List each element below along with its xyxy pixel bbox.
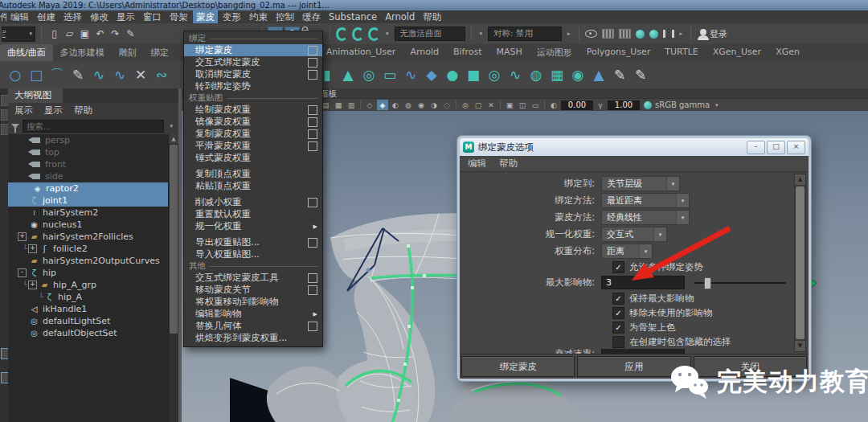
dropdown-2[interactable]: 经典线性▾ <box>601 210 690 225</box>
film-gate-icon[interactable]: ◫ <box>517 100 528 110</box>
snap-magnet-icon[interactable] <box>352 27 364 41</box>
shelf-tab-right-3[interactable]: MASH <box>489 44 530 61</box>
menubar-item-8[interactable]: 变形 <box>219 10 244 24</box>
ao-icon[interactable]: ◌ <box>441 100 452 110</box>
menubar-item-12[interactable]: Substance <box>326 10 380 24</box>
dropdown-0[interactable]: 关节层级▾ <box>601 176 680 191</box>
saved-layout-icon[interactable]: ▥ <box>346 100 357 110</box>
dropdown-4[interactable]: 距离▾ <box>601 244 653 259</box>
expand-toggle-icon[interactable]: - <box>18 268 27 277</box>
menubar-item-2[interactable]: 选择 <box>60 10 85 24</box>
material-icon[interactable]: ◍ <box>403 100 414 110</box>
outliner-menu-0[interactable]: 展示 <box>14 104 33 117</box>
clipped-field[interactable] <box>601 349 685 354</box>
nurbs-circle-icon[interactable]: ○ <box>5 64 26 85</box>
outliner-scrollbar[interactable]: ▲ <box>168 134 178 422</box>
menubar-item-4[interactable]: 显示 <box>113 10 138 24</box>
poly-plane-icon[interactable]: ▭ <box>379 64 400 85</box>
poly-ball-icon[interactable]: ◉ <box>567 64 588 85</box>
outliner-row[interactable]: ◎defaultObjectSet <box>8 327 169 339</box>
option-box-icon[interactable] <box>308 238 317 248</box>
outliner-row[interactable]: front <box>8 158 169 170</box>
shelf-tab-right-2[interactable]: Bifrost <box>446 44 489 61</box>
expand-toggle-icon[interactable]: + <box>28 244 37 253</box>
outliner-row[interactable]: ◎defaultLightSet <box>8 315 169 327</box>
dropdown-3[interactable]: 交互式▾ <box>601 227 667 242</box>
outliner-row[interactable]: +▰hairSystem2Follicles <box>8 231 169 243</box>
dialog-menu-1[interactable]: 帮助 <box>499 158 518 170</box>
camera-attrs-icon[interactable]: ▣ <box>504 100 515 110</box>
close-button[interactable]: × <box>787 141 805 154</box>
shelf-tab-right-7[interactable]: XGen_User <box>706 44 768 61</box>
exposure-field[interactable]: 0.00 <box>561 100 593 110</box>
poly-torus-icon[interactable]: ◎ <box>358 64 379 85</box>
scrollbar-thumb[interactable] <box>170 145 178 334</box>
expand-toggle-icon[interactable]: + <box>28 281 37 289</box>
render-frame-icon[interactable] <box>602 29 614 39</box>
wireframe-icon[interactable]: ◇ <box>364 100 375 110</box>
option-box-icon[interactable] <box>308 117 317 127</box>
redo-icon[interactable]: ↷ <box>108 27 122 41</box>
spring-curve-icon[interactable]: ∾ <box>151 64 172 85</box>
skin-menu-item-8[interactable]: 复制蒙皮权重 <box>184 128 322 140</box>
outliner-menu-1[interactable]: 显示 <box>44 104 63 117</box>
outliner-row[interactable]: side <box>8 170 169 182</box>
shelf-tab-left-0[interactable]: 曲线/曲面 <box>0 44 53 61</box>
shelf-tab-right-1[interactable]: Arnold <box>403 44 446 61</box>
minimize-button[interactable]: – <box>747 141 765 154</box>
outliner-row[interactable]: ◈raptor2 <box>8 182 169 195</box>
arc-tool-icon[interactable]: ∿ <box>109 64 130 85</box>
skin-menu-item-22[interactable]: 交互式绑定蒙皮工具 <box>184 272 322 284</box>
option-box-icon[interactable] <box>308 273 317 283</box>
checkbox[interactable] <box>612 336 624 348</box>
option-box-icon[interactable] <box>308 105 317 115</box>
workspace-selector[interactable]: 定 ▾ <box>2 27 35 42</box>
scrollbar-thumb[interactable] <box>796 186 805 339</box>
skin-menu-item-19[interactable]: 导出权重贴图... <box>184 236 322 248</box>
poly-pipe-icon[interactable]: ◎ <box>484 64 505 85</box>
active-surface-field[interactable]: 无激活曲面 <box>395 27 465 41</box>
paint-select-icon[interactable]: ✎ <box>124 27 137 41</box>
menubar-item-7[interactable]: 蒙皮 <box>193 10 218 24</box>
menubar-item-6[interactable]: 骨架 <box>166 10 191 24</box>
outliner-row[interactable]: ζjoint1 <box>8 195 169 207</box>
chevron-down-icon[interactable]: ▾ <box>383 31 391 37</box>
xray-icon[interactable]: ▢ <box>473 100 484 110</box>
pencil-curve-icon[interactable]: ✎ <box>68 64 88 85</box>
shadows-icon[interactable]: ◑ <box>428 100 440 110</box>
skin-menu-item-4[interactable]: 转到绑定姿势 <box>184 80 322 92</box>
skin-menu-item-16[interactable]: 重置默认权重 <box>184 208 322 220</box>
curve-point-icon[interactable]: ∿ <box>88 64 109 85</box>
scroll-down-icon[interactable]: ▼ <box>795 341 805 351</box>
outliner-row[interactable]: -ζhip <box>8 267 169 279</box>
xray-joints-icon[interactable]: ✕ <box>485 100 497 110</box>
dialog-button-0[interactable]: 绑定蒙皮 <box>461 356 575 377</box>
skin-menu-item-6[interactable]: 绘制蒙皮权重 <box>184 104 322 116</box>
super-shape-icon[interactable]: ◆ <box>421 64 442 85</box>
skin-menu-item-12[interactable]: 复制顶点权重 <box>184 168 322 180</box>
scroll-up-icon[interactable]: ▲ <box>795 174 805 185</box>
skin-menu-item-15[interactable]: 削减小权重 <box>184 196 322 208</box>
shelf-tab-right-8[interactable]: XGen <box>768 44 807 61</box>
skin-menu-item-9[interactable]: 平滑蒙皮权重 <box>184 140 322 152</box>
option-box-icon[interactable] <box>308 70 317 80</box>
four-pane-icon[interactable]: ▦ <box>333 100 344 110</box>
poly-prism-icon[interactable]: ▲ <box>588 64 609 85</box>
skin-menu-item-1[interactable]: 绑定蒙皮 <box>184 44 322 56</box>
poly-cubes-icon[interactable]: ▦ <box>547 64 567 85</box>
snap-magnet-icon[interactable] <box>336 27 348 41</box>
outliner-row[interactable]: persp <box>8 134 169 146</box>
skin-menu-item-7[interactable]: 镜像蒙皮权重 <box>184 116 322 128</box>
skin-menu-item-13[interactable]: 粘贴顶点权重 <box>184 180 322 192</box>
lights-icon[interactable]: ◉ <box>416 100 427 110</box>
login-button[interactable]: 登录 <box>700 28 727 40</box>
skin-menu-item-17[interactable]: 规一化权重▶ <box>184 220 322 232</box>
render-current-frame-icon[interactable] <box>636 30 645 39</box>
outliner-row[interactable]: ≀hairSystem2 <box>8 207 169 219</box>
poly-helix-icon[interactable]: ∿ <box>505 64 526 85</box>
menubar-item-10[interactable]: 控制 <box>272 10 297 24</box>
checkbox[interactable]: ✓ <box>612 307 624 319</box>
menubar-item-0[interactable]: 编辑 <box>7 10 32 24</box>
checkbox[interactable]: ✓ <box>612 261 624 273</box>
option-box-icon[interactable] <box>308 198 317 207</box>
